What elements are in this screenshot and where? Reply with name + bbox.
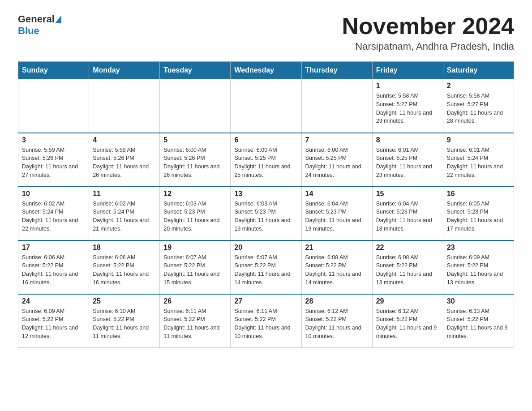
day-info: Sunrise: 5:58 AMSunset: 5:27 PMDaylight:… xyxy=(376,92,439,125)
day-info: Sunrise: 6:02 AMSunset: 5:24 PMDaylight:… xyxy=(22,200,85,233)
day-cell: 28Sunrise: 6:12 AMSunset: 5:22 PMDayligh… xyxy=(301,294,372,348)
calendar-body: 1Sunrise: 5:58 AMSunset: 5:27 PMDaylight… xyxy=(18,79,514,348)
day-cell: 13Sunrise: 6:03 AMSunset: 5:23 PMDayligh… xyxy=(231,187,301,240)
day-number: 4 xyxy=(93,136,156,144)
day-info: Sunrise: 6:01 AMSunset: 5:24 PMDaylight:… xyxy=(447,146,510,180)
day-info: Sunrise: 6:06 AMSunset: 5:22 PMDaylight:… xyxy=(22,253,85,287)
day-cell: 23Sunrise: 6:09 AMSunset: 5:22 PMDayligh… xyxy=(443,240,514,294)
day-cell: 9Sunrise: 6:01 AMSunset: 5:24 PMDaylight… xyxy=(443,133,514,187)
day-cell: 20Sunrise: 6:07 AMSunset: 5:22 PMDayligh… xyxy=(231,240,301,294)
day-cell: 2Sunrise: 5:58 AMSunset: 5:27 PMDaylight… xyxy=(443,79,514,133)
calendar-header: SundayMondayTuesdayWednesdayThursdayFrid… xyxy=(18,62,514,79)
day-number: 22 xyxy=(376,244,439,252)
header-cell-monday: Monday xyxy=(89,62,160,79)
logo-triangle-icon xyxy=(55,15,61,23)
header-cell-saturday: Saturday xyxy=(443,62,514,79)
day-cell: 15Sunrise: 6:04 AMSunset: 5:23 PMDayligh… xyxy=(372,187,443,240)
day-cell: 1Sunrise: 5:58 AMSunset: 5:27 PMDaylight… xyxy=(372,79,443,133)
location-title: Narsipatnam, Andhra Pradesh, India xyxy=(342,41,514,52)
day-info: Sunrise: 6:10 AMSunset: 5:22 PMDaylight:… xyxy=(93,307,156,341)
day-cell: 18Sunrise: 6:06 AMSunset: 5:22 PMDayligh… xyxy=(89,240,160,294)
day-cell: 16Sunrise: 6:05 AMSunset: 5:23 PMDayligh… xyxy=(443,187,514,240)
day-cell: 26Sunrise: 6:11 AMSunset: 5:22 PMDayligh… xyxy=(160,294,231,348)
day-info: Sunrise: 6:11 AMSunset: 5:22 PMDaylight:… xyxy=(163,307,227,341)
day-info: Sunrise: 6:00 AMSunset: 5:26 PMDaylight:… xyxy=(163,146,227,180)
day-info: Sunrise: 6:12 AMSunset: 5:22 PMDaylight:… xyxy=(305,307,369,341)
day-number: 12 xyxy=(163,190,227,198)
day-cell xyxy=(301,79,372,133)
week-row-2: 3Sunrise: 5:59 AMSunset: 5:26 PMDaylight… xyxy=(18,133,514,187)
header-cell-sunday: Sunday xyxy=(18,62,89,79)
day-number: 26 xyxy=(163,297,227,305)
day-cell xyxy=(89,79,160,133)
calendar-table: SundayMondayTuesdayWednesdayThursdayFrid… xyxy=(18,61,514,348)
day-number: 1 xyxy=(376,82,439,90)
day-cell: 24Sunrise: 6:09 AMSunset: 5:22 PMDayligh… xyxy=(18,294,89,348)
day-info: Sunrise: 5:59 AMSunset: 5:26 PMDaylight:… xyxy=(22,146,85,180)
day-number: 23 xyxy=(447,244,510,252)
day-number: 7 xyxy=(305,136,369,144)
day-number: 14 xyxy=(305,190,369,198)
day-info: Sunrise: 6:01 AMSunset: 5:25 PMDaylight:… xyxy=(376,146,439,180)
day-number: 15 xyxy=(376,190,439,198)
day-cell: 11Sunrise: 6:02 AMSunset: 5:24 PMDayligh… xyxy=(89,187,160,240)
day-cell: 14Sunrise: 6:04 AMSunset: 5:23 PMDayligh… xyxy=(301,187,372,240)
day-cell: 22Sunrise: 6:08 AMSunset: 5:22 PMDayligh… xyxy=(372,240,443,294)
day-cell: 17Sunrise: 6:06 AMSunset: 5:22 PMDayligh… xyxy=(18,240,89,294)
day-number: 25 xyxy=(93,297,156,305)
day-info: Sunrise: 6:08 AMSunset: 5:22 PMDaylight:… xyxy=(376,253,439,287)
day-cell xyxy=(160,79,231,133)
day-number: 24 xyxy=(22,297,85,305)
day-cell: 10Sunrise: 6:02 AMSunset: 5:24 PMDayligh… xyxy=(18,187,89,240)
day-cell: 27Sunrise: 6:11 AMSunset: 5:22 PMDayligh… xyxy=(231,294,301,348)
day-number: 8 xyxy=(376,136,439,144)
day-info: Sunrise: 6:08 AMSunset: 5:22 PMDaylight:… xyxy=(305,253,369,287)
day-cell: 8Sunrise: 6:01 AMSunset: 5:25 PMDaylight… xyxy=(372,133,443,187)
day-cell: 3Sunrise: 5:59 AMSunset: 5:26 PMDaylight… xyxy=(18,133,89,187)
day-number: 18 xyxy=(93,244,156,252)
header-cell-friday: Friday xyxy=(372,62,443,79)
week-row-1: 1Sunrise: 5:58 AMSunset: 5:27 PMDaylight… xyxy=(18,79,514,133)
logo-area: General Blue xyxy=(18,13,61,37)
day-info: Sunrise: 5:58 AMSunset: 5:27 PMDaylight:… xyxy=(447,92,510,125)
day-info: Sunrise: 6:00 AMSunset: 5:25 PMDaylight:… xyxy=(234,146,297,180)
day-cell: 25Sunrise: 6:10 AMSunset: 5:22 PMDayligh… xyxy=(89,294,160,348)
day-number: 29 xyxy=(376,297,439,305)
day-cell: 29Sunrise: 6:12 AMSunset: 5:22 PMDayligh… xyxy=(372,294,443,348)
day-number: 13 xyxy=(234,190,297,198)
day-number: 3 xyxy=(22,136,85,144)
day-number: 10 xyxy=(22,190,85,198)
day-info: Sunrise: 6:03 AMSunset: 5:23 PMDaylight:… xyxy=(163,200,227,233)
week-row-4: 17Sunrise: 6:06 AMSunset: 5:22 PMDayligh… xyxy=(18,240,514,294)
day-cell: 5Sunrise: 6:00 AMSunset: 5:26 PMDaylight… xyxy=(160,133,231,187)
header-cell-wednesday: Wednesday xyxy=(231,62,301,79)
day-info: Sunrise: 6:07 AMSunset: 5:22 PMDaylight:… xyxy=(163,253,227,287)
week-row-3: 10Sunrise: 6:02 AMSunset: 5:24 PMDayligh… xyxy=(18,187,514,240)
day-info: Sunrise: 6:00 AMSunset: 5:25 PMDaylight:… xyxy=(305,146,369,180)
header-row: SundayMondayTuesdayWednesdayThursdayFrid… xyxy=(18,62,514,79)
day-info: Sunrise: 6:04 AMSunset: 5:23 PMDaylight:… xyxy=(305,200,369,233)
day-number: 16 xyxy=(447,190,510,198)
day-number: 30 xyxy=(447,297,510,305)
week-row-5: 24Sunrise: 6:09 AMSunset: 5:22 PMDayligh… xyxy=(18,294,514,348)
day-cell: 19Sunrise: 6:07 AMSunset: 5:22 PMDayligh… xyxy=(160,240,231,294)
day-cell: 6Sunrise: 6:00 AMSunset: 5:25 PMDaylight… xyxy=(231,133,301,187)
day-info: Sunrise: 6:03 AMSunset: 5:23 PMDaylight:… xyxy=(234,200,297,233)
day-number: 17 xyxy=(22,244,85,252)
header-cell-thursday: Thursday xyxy=(301,62,372,79)
logo-blue: Blue xyxy=(18,25,39,36)
day-cell: 21Sunrise: 6:08 AMSunset: 5:22 PMDayligh… xyxy=(301,240,372,294)
day-number: 21 xyxy=(305,244,369,252)
day-cell xyxy=(231,79,301,133)
day-info: Sunrise: 6:07 AMSunset: 5:22 PMDaylight:… xyxy=(234,253,297,287)
day-info: Sunrise: 6:11 AMSunset: 5:22 PMDaylight:… xyxy=(234,307,297,341)
day-info: Sunrise: 6:12 AMSunset: 5:22 PMDaylight:… xyxy=(376,307,439,341)
day-number: 11 xyxy=(93,190,156,198)
day-number: 28 xyxy=(305,297,369,305)
day-info: Sunrise: 6:09 AMSunset: 5:22 PMDaylight:… xyxy=(447,253,510,287)
day-number: 9 xyxy=(447,136,510,144)
day-cell: 4Sunrise: 5:59 AMSunset: 5:26 PMDaylight… xyxy=(89,133,160,187)
day-info: Sunrise: 6:09 AMSunset: 5:22 PMDaylight:… xyxy=(22,307,85,341)
day-cell: 7Sunrise: 6:00 AMSunset: 5:25 PMDaylight… xyxy=(301,133,372,187)
day-cell xyxy=(18,79,89,133)
